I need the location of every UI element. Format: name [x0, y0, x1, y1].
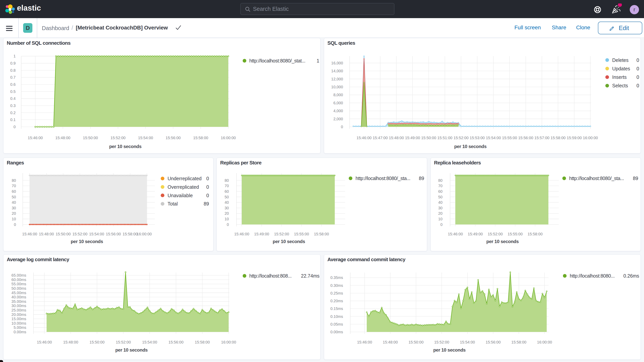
svg-text:15:58:00: 15:58:00 — [528, 232, 542, 236]
svg-text:Number of SQL connections: Number of SQL connections — [7, 40, 70, 46]
svg-text:15:57:00: 15:57:00 — [534, 136, 550, 140]
svg-text:15:54:00: 15:54:00 — [89, 232, 104, 236]
svg-text:15:46:00: 15:46:00 — [22, 232, 37, 236]
svg-text:40: 40 — [438, 200, 442, 204]
svg-text:Replica leaseholders: Replica leaseholders — [434, 160, 481, 166]
svg-text:15:50:00: 15:50:00 — [90, 340, 104, 344]
svg-text:0.00ms: 0.00ms — [330, 330, 343, 334]
svg-text:Overreplicated: Overreplicated — [168, 184, 199, 190]
svg-text:Selects: Selects — [612, 83, 628, 88]
svg-text:60: 60 — [438, 189, 442, 194]
svg-text:per 10 seconds: per 10 seconds — [454, 144, 487, 149]
svg-text:15:52:00: 15:52:00 — [488, 232, 503, 236]
svg-text:40: 40 — [225, 200, 229, 204]
svg-text:15.00ms: 15.00ms — [12, 317, 26, 321]
svg-text:15:48:00: 15:48:00 — [39, 232, 54, 236]
svg-text:Total: Total — [168, 201, 178, 206]
svg-text:0.6: 0.6 — [10, 82, 16, 86]
svg-text:15:50:00: 15:50:00 — [56, 232, 71, 236]
svg-text:15:56:00: 15:56:00 — [486, 340, 501, 344]
svg-text:0.1: 0.1 — [10, 118, 16, 122]
svg-text:15:48:00: 15:48:00 — [55, 136, 70, 140]
svg-text:16:00:00: 16:00:00 — [221, 340, 236, 344]
svg-text:0.25ms: 0.25ms — [330, 291, 343, 295]
svg-text:30.00ms: 30.00ms — [12, 304, 26, 308]
svg-text:Deletes: Deletes — [612, 58, 628, 63]
svg-text:50.00ms: 50.00ms — [12, 286, 26, 290]
svg-text:80: 80 — [225, 178, 229, 182]
svg-text:35.00ms: 35.00ms — [12, 299, 26, 304]
svg-text:15:55:00: 15:55:00 — [508, 232, 523, 236]
svg-text:Average command commit latency: Average command commit latency — [328, 256, 406, 262]
svg-text:15:58:00: 15:58:00 — [314, 232, 329, 236]
svg-text:0: 0 — [206, 176, 209, 181]
svg-text:15:53:00: 15:53:00 — [470, 136, 485, 140]
svg-text:0.05ms: 0.05ms — [330, 322, 343, 326]
svg-text:per 10 seconds: per 10 seconds — [433, 347, 466, 352]
svg-text:15:55:00: 15:55:00 — [294, 232, 309, 236]
svg-text:16:00:00: 16:00:00 — [137, 232, 152, 236]
svg-text:10: 10 — [225, 217, 229, 221]
svg-text:Ranges: Ranges — [7, 160, 24, 166]
svg-text:89: 89 — [419, 176, 424, 181]
svg-text:per 10 seconds: per 10 seconds — [486, 239, 519, 244]
svg-text:15:58:00: 15:58:00 — [511, 340, 526, 344]
svg-text:8,000: 8,000 — [334, 93, 343, 97]
svg-text:http://localhost:8080/_sta...: http://localhost:8080/_sta... — [569, 176, 624, 181]
svg-text:55.00ms: 55.00ms — [12, 282, 26, 286]
svg-text:0: 0 — [636, 66, 639, 71]
svg-text:0.8: 0.8 — [10, 68, 16, 72]
svg-text:60.00ms: 60.00ms — [12, 278, 26, 282]
svg-text:10: 10 — [12, 217, 16, 221]
svg-text:0: 0 — [206, 193, 209, 198]
svg-text:15:58:00: 15:58:00 — [195, 340, 210, 344]
svg-text:16:00:00: 16:00:00 — [583, 136, 598, 140]
svg-text:20.00ms: 20.00ms — [12, 312, 26, 317]
svg-text:40.00ms: 40.00ms — [12, 295, 26, 299]
svg-text:60: 60 — [12, 189, 16, 194]
svg-text:0.2: 0.2 — [10, 111, 16, 115]
svg-text:5.00ms: 5.00ms — [14, 326, 26, 330]
svg-text:2,000: 2,000 — [334, 117, 343, 121]
svg-text:70: 70 — [225, 184, 229, 188]
svg-text:25.00ms: 25.00ms — [12, 308, 26, 312]
svg-text:15:46:00: 15:46:00 — [357, 340, 372, 344]
svg-text:15:49:00: 15:49:00 — [468, 232, 483, 236]
svg-text:http://localhost:8080/_stat...: http://localhost:8080/_stat... — [249, 58, 306, 64]
svg-text:0.4: 0.4 — [10, 96, 16, 100]
svg-text:0: 0 — [227, 222, 229, 227]
svg-text:Updates: Updates — [612, 66, 630, 71]
svg-text:15:46:00: 15:46:00 — [356, 136, 372, 140]
svg-text:15:54:00: 15:54:00 — [486, 136, 501, 140]
svg-text:15:46:00: 15:46:00 — [448, 232, 463, 236]
svg-text:15:50:00: 15:50:00 — [83, 136, 98, 140]
svg-text:16:00:00: 16:00:00 — [221, 136, 236, 140]
svg-text:20: 20 — [12, 211, 16, 216]
svg-text:15:52:00: 15:52:00 — [110, 136, 126, 140]
svg-text:0: 0 — [440, 222, 442, 227]
svg-text:15:49:00: 15:49:00 — [405, 136, 420, 140]
svg-text:30: 30 — [438, 206, 442, 210]
svg-text:15:54:00: 15:54:00 — [138, 136, 153, 140]
svg-text:80: 80 — [12, 178, 16, 182]
svg-text:15:56:00: 15:56:00 — [518, 136, 533, 140]
svg-text:Replicas per Store: Replicas per Store — [220, 160, 262, 166]
svg-text:0.15ms: 0.15ms — [330, 306, 343, 311]
svg-text:6,000: 6,000 — [334, 101, 343, 105]
svg-text:0.26ms: 0.26ms — [623, 273, 639, 278]
svg-text:10,000: 10,000 — [331, 85, 343, 89]
svg-text:80: 80 — [438, 178, 442, 182]
svg-text:30: 30 — [225, 206, 229, 210]
svg-text:15:51:00: 15:51:00 — [437, 136, 452, 140]
svg-text:89: 89 — [204, 201, 209, 206]
svg-text:14,000: 14,000 — [331, 69, 343, 73]
svg-text:0.7: 0.7 — [10, 75, 16, 80]
svg-text:16,000: 16,000 — [331, 61, 343, 65]
svg-text:http://localhost:8080...: http://localhost:8080... — [570, 273, 615, 278]
svg-text:0.3: 0.3 — [10, 104, 16, 108]
svg-text:0.5: 0.5 — [10, 90, 16, 94]
svg-text:0.00ms: 0.00ms — [14, 330, 26, 334]
svg-text:15:56:00: 15:56:00 — [166, 136, 181, 140]
svg-text:4,000: 4,000 — [334, 109, 343, 113]
svg-text:0.30ms: 0.30ms — [330, 283, 343, 288]
